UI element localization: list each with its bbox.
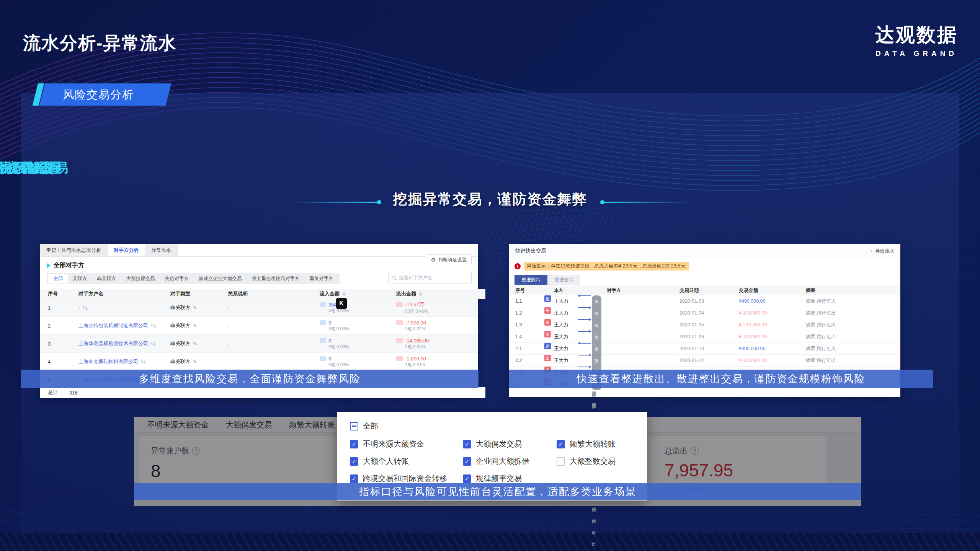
row-seq: 2.1 [515,343,522,354]
filter-pill[interactable]: 收支重合度较高对手方 [247,274,305,284]
left-app-tab[interactable]: 申贷主体与流水总况分析 [40,244,108,256]
bottom-hatch-strip [0,533,980,551]
filter-pill[interactable]: 全部 [48,274,68,284]
filter-pill[interactable]: 关联方 [68,274,92,284]
edit-icon[interactable]: ✎ [193,323,197,329]
edit-icon[interactable]: ✎ [193,359,197,365]
indicator-option-label: 不明来源大额资金 [363,439,424,449]
edit-icon[interactable]: ✎ [193,305,197,311]
filter-pill[interactable]: 重复对手方 [305,274,339,284]
col-type: 对手类型 [170,290,228,297]
counterparty-search-box[interactable] [388,272,472,284]
checkbox[interactable] [557,457,565,466]
counterparty-type: 非关联方✎ [170,304,228,311]
select-all-row: 全部 [350,421,634,431]
sort-icon[interactable] [419,292,422,296]
transaction-date: 2020-01-03 [679,295,704,307]
right-app-header: 快进快出交易 ↓ 导出流水 [509,244,900,258]
row-seq: 3 [48,341,78,347]
toggle-button[interactable]: 整进散出 [514,275,547,285]
export-flow-button[interactable]: ↓ 导出流水 [871,248,894,254]
threshold-settings-label: 判断阈值设置 [438,257,467,263]
download-icon: ↓ [871,249,873,253]
outflow-tag-icon [396,338,403,343]
left-app-tab-bar: 申贷主体与流水总况分析 对手方分析 异常流水 [40,244,478,257]
indicator-option-label: 大额整数交易 [570,456,616,466]
col-inflow: 流入金额 [320,290,396,297]
outflow-cell: -14.52万 50笔 0.45% [396,301,478,314]
search-icon [392,276,396,280]
counterparty-type: 非关联方✎ [170,340,228,347]
left-caption-band: 多维度查找风险交易，全面谨防资金舞弊风险 [21,370,479,388]
checkbox[interactable] [463,457,471,466]
filter-pill[interactable]: 大额担保交易 [121,274,160,284]
inflow-tag-icon [320,320,326,325]
filter-pill[interactable]: 非关联方 [92,274,121,284]
checkbox[interactable] [350,457,358,466]
left-app-tab[interactable]: 异常流水 [145,244,178,256]
row-seq: 1 [48,305,78,311]
col-seq: 序号 [515,285,525,295]
section-title-row: 全部对手方 [47,261,84,269]
col-memo: 摘要 [806,285,815,295]
checkbox[interactable] [557,440,565,448]
inflow-cell: 384.62 4笔 0.00% [320,302,396,314]
page-title: 流水分析-异常流水 [23,31,176,55]
indicator-option: 大额整数交易 [557,456,634,466]
checkbox[interactable] [350,474,358,483]
search-icon[interactable] [151,324,155,328]
counterparty-name-link[interactable]: 上海余特包装机械制造有限公司 [78,322,170,329]
indicator-option: 大额个人转账 [350,456,463,466]
checkbox[interactable] [463,440,471,448]
col-amount: 交易金额 [739,285,758,295]
counterparty-name-link[interactable]: 上海奇克氟硅材料有限公司 [78,358,170,365]
feature-heading-4: 风险可见性按需配置 [0,159,62,177]
tagline-dot-right [600,200,604,204]
search-input[interactable] [398,275,457,281]
select-all-label: 全部 [363,421,378,431]
direction-arrow-icon [578,367,591,367]
outflow-cell: -14,065.00 2笔 0.04% [396,338,478,350]
direction-badge: 出 [544,331,551,337]
counterparty-name-link[interactable]: 上海华测品标检测技术有限公司 [78,340,170,347]
direction-badge: 进 [544,295,551,302]
search-icon[interactable] [83,306,87,310]
row-seq: 1.3 [515,319,522,331]
sort-icon[interactable] [343,292,346,296]
total-value: 316 [69,390,78,396]
indicator-options: 不明来源大额资金 大额偶发交易 频繁大额转账 大额个人转账 [350,439,634,484]
edit-icon[interactable]: ✎ [193,341,197,347]
self-party: 王大力 [554,355,568,366]
inflow-cell: 0 0笔 0.00% [320,356,396,368]
left-app-tab[interactable]: 对手方分析 [108,244,145,256]
threshold-settings-button[interactable]: ⚙ 判断阈值设置 [426,254,472,265]
row-seq: 4 [48,359,78,365]
direction-arrow-icon [578,355,591,355]
checkbox[interactable] [463,474,471,483]
relation-note: - [228,323,320,329]
transaction-memo: 摘要:跨行汇出 [806,319,836,331]
section-badge-label: 风险交易分析 [35,83,134,106]
left-caption: 多维度查找风险交易，全面谨防资金舞弊风险 [139,372,361,386]
direction-badge: 出 [544,319,551,326]
checkbox[interactable] [350,440,358,448]
right-caption-band: 快速查看整进散出、散进整出交易，谨防资金规模粉饰风险 [509,370,933,388]
toggle-button[interactable]: 散进整出 [547,275,580,285]
select-all-checkbox[interactable] [350,422,358,430]
transaction-amount: ¥400,000.00 [739,295,766,307]
chevron-right-icon[interactable] [47,263,51,268]
transaction-amount: ¥400,000.00 [739,343,766,354]
outflow-cell: -7,000.00 1笔 0.02% [396,320,478,332]
alert-icon: ! [514,263,521,269]
filter-pill[interactable]: 新成立企业大额交易 [194,274,247,284]
search-icon[interactable] [151,342,155,346]
search-icon[interactable] [141,360,145,364]
filter-pill[interactable]: 失信对手方 [160,274,194,284]
direction-badge: 进 [544,343,551,349]
outflow-cell: -1,800.00 1笔 0.01% [396,356,478,368]
counterparty-name-link[interactable]: - [78,305,170,311]
self-party: 王大力 [554,319,568,331]
transaction-amount: ¥-100,000.00 [739,307,767,319]
indicator-option: 大额偶发交易 [463,439,557,449]
transaction-amount: ¥-100,000.00 [739,355,767,366]
